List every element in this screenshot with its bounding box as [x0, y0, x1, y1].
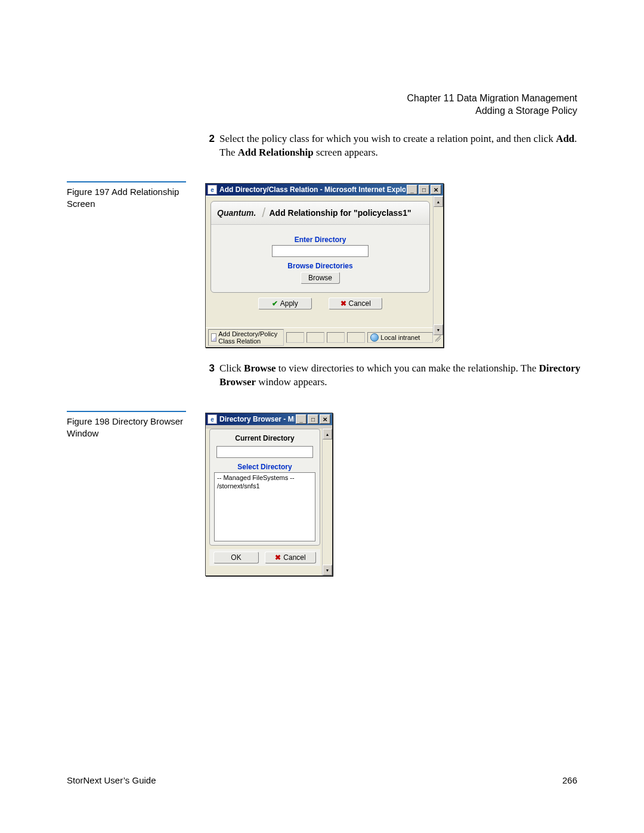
page-icon: [211, 333, 216, 342]
footer-left: StorNext User’s Guide: [67, 775, 156, 785]
ie-icon: e: [208, 414, 217, 424]
x-icon: ✖: [340, 299, 346, 308]
scroll-down-icon[interactable]: ▾: [323, 565, 332, 575]
caption-rule: [67, 411, 186, 412]
security-zone: Local intranet: [367, 332, 433, 343]
maximize-button[interactable]: □: [419, 185, 429, 194]
check-icon: ✔: [272, 299, 278, 308]
step-3-text: Click Browse to view directories to whic…: [219, 362, 589, 389]
panel-title: Add Relationship for "policyclass1": [269, 208, 411, 218]
relationship-panel: Quantum. / Add Relationship for "policyc…: [210, 201, 430, 293]
ok-button[interactable]: OK: [213, 552, 259, 563]
current-directory-label: Current Directory: [213, 434, 316, 442]
page-footer: StorNext User’s Guide 266: [67, 775, 577, 785]
scroll-down-icon[interactable]: ▾: [434, 324, 443, 335]
apply-button[interactable]: ✔ Apply: [258, 298, 312, 309]
chapter-line: Chapter 11 Data Migration Management: [407, 92, 578, 105]
enter-directory-label: Enter Directory: [217, 236, 423, 244]
close-button[interactable]: ✕: [320, 414, 330, 424]
scrollbar[interactable]: ▴ ▾: [433, 196, 443, 335]
directory-panel: Current Directory Select Directory -- Ma…: [209, 429, 320, 546]
step-2-text: Select the policy class for which you wi…: [219, 132, 589, 160]
window-title: Add Directory/Class Relation - Microsoft…: [219, 185, 405, 194]
scroll-up-icon[interactable]: ▴: [323, 429, 332, 439]
brand-logo: Quantum.: [217, 208, 256, 218]
maximize-button[interactable]: □: [308, 414, 318, 424]
scrollbar[interactable]: ▴ ▾: [322, 429, 332, 575]
status-pane: [347, 332, 365, 343]
caption-text: Figure 197 Add Relationship Screen: [67, 186, 186, 209]
browse-button[interactable]: Browse: [301, 272, 340, 284]
titlebar[interactable]: e Add Directory/Class Relation - Microso…: [206, 184, 443, 196]
directory-input[interactable]: [272, 245, 369, 257]
close-button[interactable]: ✕: [431, 185, 441, 194]
list-item[interactable]: -- Managed FileSystems --: [217, 474, 312, 482]
caption-text: Figure 198 Directory Browser Window: [67, 416, 186, 439]
window-title: Directory Browser - Microsoft Int...: [219, 415, 295, 423]
panel-header: Quantum. / Add Relationship for "policyc…: [211, 202, 429, 225]
scroll-up-icon[interactable]: ▴: [434, 196, 443, 207]
caption-rule: [67, 181, 186, 182]
status-pane: [306, 332, 324, 343]
add-relationship-window: e Add Directory/Class Relation - Microso…: [205, 183, 444, 348]
step-number: 3: [202, 362, 215, 389]
page-header: Chapter 11 Data Migration Management Add…: [407, 92, 578, 117]
minimize-button[interactable]: _: [296, 414, 306, 424]
cancel-button[interactable]: ✖ Cancel: [329, 298, 382, 309]
figure-197-caption: Figure 197 Add Relationship Screen: [67, 181, 186, 209]
status-pane: [286, 332, 304, 343]
ie-icon: e: [208, 185, 217, 194]
step-2: 2 Select the policy class for which you …: [202, 132, 589, 160]
select-directory-label: Select Directory: [213, 463, 316, 471]
step-number: 2: [202, 132, 215, 160]
section-line: Adding a Storage Policy: [407, 105, 578, 117]
status-text: Add Directory/Policy Class Relation: [208, 329, 284, 346]
page-number: 266: [562, 775, 577, 785]
step-3: 3 Click Browse to view directories to wh…: [202, 362, 589, 389]
list-item[interactable]: /stornext/snfs1: [217, 482, 312, 491]
intranet-icon: [370, 333, 379, 342]
figure-198-caption: Figure 198 Directory Browser Window: [67, 411, 186, 439]
cancel-button[interactable]: ✖ Cancel: [265, 552, 316, 563]
directory-browser-window: e Directory Browser - Microsoft Int... _…: [205, 413, 333, 576]
x-icon: ✖: [275, 553, 281, 562]
status-pane: [327, 332, 345, 343]
status-bar: Add Directory/Policy Class Relation Loca…: [206, 327, 443, 347]
current-directory-input[interactable]: [216, 446, 313, 458]
directory-list[interactable]: -- Managed FileSystems -- /stornext/snfs…: [214, 472, 315, 541]
titlebar[interactable]: e Directory Browser - Microsoft Int... _…: [206, 413, 332, 425]
divider-icon: /: [262, 205, 265, 221]
minimize-button[interactable]: _: [407, 185, 417, 194]
browse-directories-label: Browse Directories: [217, 262, 423, 270]
